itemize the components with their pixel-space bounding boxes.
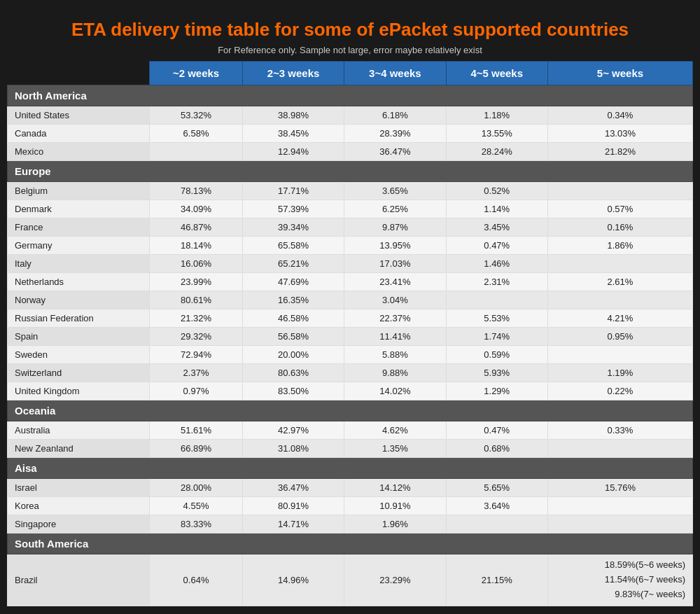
data-cell: 29.32%: [150, 328, 243, 346]
data-cell: 0.64%: [150, 554, 243, 606]
data-cell: [446, 291, 547, 309]
data-cell: 38.45%: [242, 125, 344, 143]
data-cell: [547, 440, 692, 458]
table-row: Switzerland2.37%80.63%9.88%5.93%1.19%: [8, 364, 693, 382]
data-cell: 31.08%: [242, 440, 344, 458]
data-cell: 36.47%: [242, 479, 344, 497]
data-cell: 57.39%: [242, 200, 344, 218]
col-5weeks: 5~ weeks: [547, 62, 692, 85]
data-cell: 0.16%: [547, 218, 692, 237]
data-cell: 16.06%: [150, 255, 243, 273]
data-cell: 0.59%: [446, 346, 547, 364]
data-cell: [547, 346, 692, 364]
region-row: Aisa: [8, 458, 693, 479]
data-cell: 16.35%: [242, 291, 344, 309]
table-row: Sweden72.94%20.00%5.88%0.59%: [8, 346, 693, 364]
country-cell: Denmark: [8, 200, 150, 218]
data-cell: 23.41%: [344, 273, 446, 291]
region-row: Oceania: [8, 400, 693, 421]
table-row: Russian Federation21.32%46.58%22.37%5.53…: [8, 309, 693, 328]
table-row: France46.87%39.34%9.87%3.45%0.16%: [8, 218, 693, 237]
table-row: Australia51.61%42.97%4.62%0.47%0.33%: [8, 421, 693, 440]
country-cell: Israel: [8, 479, 150, 497]
data-cell: 20.00%: [242, 346, 344, 364]
data-cell: 1.35%: [344, 440, 446, 458]
title-highlight: ePacket: [379, 19, 447, 40]
table-row: United Kingdom0.97%83.50%14.02%1.29%0.22…: [8, 382, 693, 400]
eta-table: ~2 weeks 2~3 weeks 3~4 weeks 4~5 weeks 5…: [7, 61, 693, 606]
data-cell: 11.41%: [344, 328, 446, 346]
country-cell: United States: [8, 106, 150, 125]
data-cell: 28.00%: [150, 479, 243, 497]
data-cell: 21.32%: [150, 309, 243, 328]
data-cell: 6.58%: [150, 125, 243, 143]
data-cell: 14.96%: [242, 554, 344, 606]
data-cell: 5.53%: [446, 309, 547, 328]
data-cell: 1.46%: [446, 255, 547, 273]
title-end: supported countries: [447, 19, 629, 40]
country-cell: Australia: [8, 421, 150, 440]
data-cell: 72.94%: [150, 346, 243, 364]
data-cell: 18.59%(5~6 weeks)11.54%(6~7 weeks)9.83%(…: [547, 554, 692, 606]
table-row: United States53.32%38.98%6.18%1.18%0.34%: [8, 106, 693, 125]
country-cell: Switzerland: [8, 364, 150, 382]
col-45weeks: 4~5 weeks: [446, 62, 547, 85]
region-row: Europe: [8, 161, 693, 182]
country-cell: New Zeanland: [8, 440, 150, 458]
data-cell: 0.95%: [547, 328, 692, 346]
table-row: Korea4.55%80.91%10.91%3.64%: [8, 497, 693, 515]
table-row: Israel28.00%36.47%14.12%5.65%15.76%: [8, 479, 693, 497]
data-cell: 12.94%: [242, 143, 344, 161]
data-cell: 6.25%: [344, 200, 446, 218]
subtitle: For Reference only. Sample not large, er…: [14, 45, 686, 55]
data-cell: 56.58%: [242, 328, 344, 346]
data-cell: 5.93%: [446, 364, 547, 382]
country-cell: Canada: [8, 125, 150, 143]
country-cell: Netherlands: [8, 273, 150, 291]
region-row: South America: [8, 533, 693, 554]
data-cell: 21.82%: [547, 143, 692, 161]
header: ETA delivery time table for some of ePac…: [7, 8, 693, 61]
data-cell: 14.02%: [344, 382, 446, 400]
data-cell: 4.55%: [150, 497, 243, 515]
data-cell: 42.97%: [242, 421, 344, 440]
data-cell: 3.45%: [446, 218, 547, 237]
data-cell: 3.04%: [344, 291, 446, 309]
data-cell: 80.61%: [150, 291, 243, 309]
data-cell: 0.52%: [446, 182, 547, 200]
region-row: North America: [8, 85, 693, 106]
country-cell: Brazil: [8, 554, 150, 606]
country-cell: United Kingdom: [8, 382, 150, 400]
col-34weeks: 3~4 weeks: [344, 62, 446, 85]
data-cell: [446, 515, 547, 533]
data-cell: 14.71%: [242, 515, 344, 533]
country-cell: Singapore: [8, 515, 150, 533]
data-cell: 1.74%: [446, 328, 547, 346]
data-cell: 1.29%: [446, 382, 547, 400]
data-cell: [547, 291, 692, 309]
data-cell: 21.15%: [446, 554, 547, 606]
data-cell: 51.61%: [150, 421, 243, 440]
data-cell: 47.69%: [242, 273, 344, 291]
data-cell: 65.21%: [242, 255, 344, 273]
table-row: Spain29.32%56.58%11.41%1.74%0.95%: [8, 328, 693, 346]
table-row: Italy16.06%65.21%17.03%1.46%: [8, 255, 693, 273]
data-cell: 4.62%: [344, 421, 446, 440]
table-row: Norway80.61%16.35%3.04%: [8, 291, 693, 309]
country-cell: Korea: [8, 497, 150, 515]
column-headers: ~2 weeks 2~3 weeks 3~4 weeks 4~5 weeks 5…: [8, 62, 693, 85]
data-cell: 46.87%: [150, 218, 243, 237]
country-cell: France: [8, 218, 150, 237]
data-cell: 1.96%: [344, 515, 446, 533]
data-cell: 1.14%: [446, 200, 547, 218]
col-23weeks: 2~3 weeks: [242, 62, 344, 85]
data-cell: 6.18%: [344, 106, 446, 125]
data-cell: 5.88%: [344, 346, 446, 364]
data-cell: 0.97%: [150, 382, 243, 400]
data-cell: 14.12%: [344, 479, 446, 497]
data-cell: 0.47%: [446, 421, 547, 440]
country-cell: Mexico: [8, 143, 150, 161]
table-row: Singapore83.33%14.71%1.96%: [8, 515, 693, 533]
data-cell: 13.55%: [446, 125, 547, 143]
country-cell: Norway: [8, 291, 150, 309]
